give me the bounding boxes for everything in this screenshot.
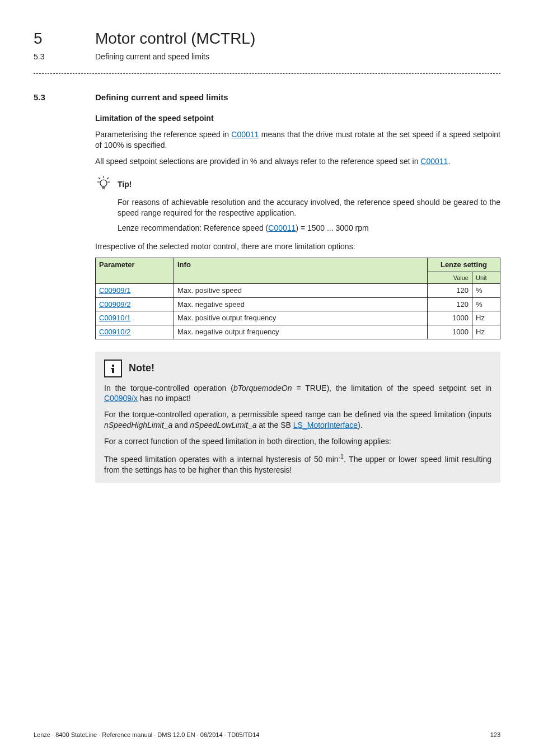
cell-unit: % [472, 284, 500, 298]
section-title: Defining current and speed limits [95, 92, 228, 103]
cell-value: 1000 [428, 311, 472, 325]
note-paragraph-3: For a correct function of the speed limi… [104, 436, 491, 447]
text: Lenze recommendation: Reference speed ( [118, 223, 268, 232]
cell-unit: Hz [472, 311, 500, 325]
table-header-row: Parameter Info Lenze setting [96, 258, 500, 272]
lightbulb-icon [95, 175, 112, 194]
text: For the torque-controlled operation, a p… [104, 410, 491, 419]
text: ). [358, 421, 363, 430]
chapter-title: Motor control (MCTRL) [95, 28, 255, 49]
tip-header: Tip! [95, 175, 500, 194]
cell-info: Max. negative output frequency [174, 325, 428, 339]
svg-rect-10 [111, 368, 113, 369]
note-label: Note! [129, 361, 154, 375]
note-header: Note! [104, 360, 491, 377]
link-c00011[interactable]: C00011 [420, 157, 448, 166]
note-paragraph-1: In the torque-controlled operation (bTor… [104, 383, 491, 404]
svg-line-7 [107, 178, 109, 179]
paragraph-1: Parameterising the reference speed in C0… [95, 129, 500, 151]
svg-line-6 [99, 178, 100, 179]
cell-unit: % [472, 297, 500, 311]
link-param[interactable]: C00910/1 [99, 314, 130, 322]
link-c00909x[interactable]: C00909/x [104, 394, 138, 403]
cell-info: Max. positive speed [174, 284, 428, 298]
tip-paragraph-2: Lenze recommendation: Reference speed (C… [118, 223, 500, 234]
tip-body: For reasons of achievable resolution and… [118, 197, 500, 234]
col-parameter: Parameter [96, 258, 174, 283]
text: Parameterising the reference speed in [95, 130, 231, 139]
svg-point-0 [100, 180, 107, 186]
cell-info: Max. negative speed [174, 297, 428, 311]
text: . [448, 157, 450, 166]
note-paragraph-2: For the torque-controlled operation, a p… [104, 409, 491, 431]
link-c00011[interactable]: C00011 [268, 223, 296, 232]
footer-page-number: 123 [490, 731, 500, 739]
subchapter-header: 5.3 Defining current and speed limits [34, 52, 500, 62]
section-header: 5.3 Defining current and speed limits [34, 92, 500, 103]
chapter-number: 5 [34, 28, 95, 49]
footer-left: Lenze · 8400 StateLine · Reference manua… [34, 731, 259, 739]
var-nspeedhighlimit: nSpeedHighLimit_a [104, 421, 172, 430]
svg-point-8 [112, 364, 114, 366]
col-value: Value [428, 272, 472, 284]
text: at the SB [256, 421, 293, 430]
var-btorquemodeon: bTorquemodeOn [233, 384, 292, 393]
link-c00011[interactable]: C00011 [231, 130, 259, 139]
superscript: -1 [339, 453, 344, 460]
tip-label: Tip! [118, 179, 132, 190]
note-paragraph-4: The speed limitation operates with a int… [104, 452, 491, 475]
table-row: C00910/1 Max. positive output frequency … [96, 311, 500, 325]
limitation-heading: Limitation of the speed setpoint [95, 113, 500, 124]
text: has no impact! [138, 394, 191, 403]
text: and [172, 421, 190, 430]
note-block: Note! In the torque-controlled operation… [95, 352, 500, 483]
parameter-table: Parameter Info Lenze setting Value Unit … [95, 258, 500, 339]
page-footer: Lenze · 8400 StateLine · Reference manua… [34, 731, 500, 739]
table-intro: Irrespective of the selected motor contr… [95, 241, 500, 252]
cell-unit: Hz [472, 325, 500, 339]
cell-value: 1000 [428, 325, 472, 339]
tip-paragraph-1: For reasons of achievable resolution and… [118, 197, 500, 218]
subchapter-number: 5.3 [34, 52, 95, 62]
chapter-header: 5 Motor control (MCTRL) [34, 28, 500, 49]
text: ) = 1500 ... 3000 rpm [296, 223, 368, 232]
text: The speed limitation operates with a int… [104, 455, 339, 464]
col-unit: Unit [472, 272, 500, 284]
link-param[interactable]: C00909/1 [99, 286, 130, 295]
cell-info: Max. positive output frequency [174, 311, 428, 325]
text: All speed setpoint selections are provid… [95, 157, 420, 166]
table-row: C00909/2 Max. negative speed 120 % [96, 297, 500, 311]
text: = TRUE), the limitation of the speed set… [292, 384, 491, 393]
info-icon [104, 360, 122, 377]
section-number: 5.3 [34, 92, 95, 103]
note-body: In the torque-controlled operation (bTor… [104, 383, 491, 475]
link-param[interactable]: C00910/2 [99, 328, 130, 336]
table-row: C00909/1 Max. positive speed 120 % [96, 284, 500, 298]
main-content: Limitation of the speed setpoint Paramet… [95, 113, 500, 483]
text: In the torque-controlled operation ( [104, 384, 233, 393]
subchapter-title: Defining current and speed limits [95, 52, 209, 62]
table-row: C00910/2 Max. negative output frequency … [96, 325, 500, 339]
link-param[interactable]: C00909/2 [99, 300, 130, 309]
paragraph-2: All speed setpoint selections are provid… [95, 156, 500, 167]
var-nspeedlowlimit: nSpeedLowLimit_a [190, 421, 256, 430]
col-info: Info [174, 258, 428, 283]
tip-block: Tip! For reasons of achievable resolutio… [95, 175, 500, 234]
cell-value: 120 [428, 284, 472, 298]
divider [34, 73, 500, 74]
link-ls-motorinterface[interactable]: LS_MotorInterface [293, 421, 358, 430]
col-lenze-setting: Lenze setting [428, 258, 500, 272]
cell-value: 120 [428, 297, 472, 311]
